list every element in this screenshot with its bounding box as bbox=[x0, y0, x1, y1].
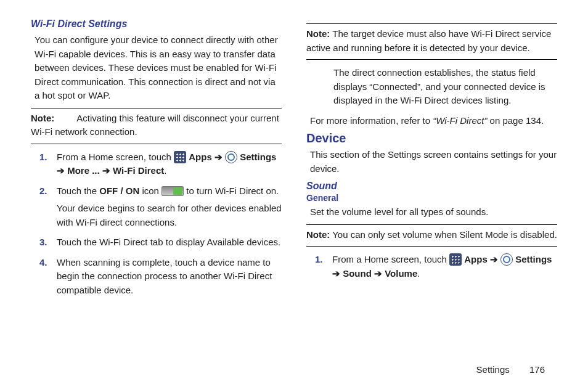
step-3: 3. Touch the Wi-Fi Direct tab to display… bbox=[39, 235, 282, 250]
note-text: Note:Activating this feature will discon… bbox=[31, 112, 282, 139]
period: . bbox=[417, 268, 420, 279]
heading-device: Device bbox=[306, 131, 557, 145]
ref-b: on page 134. bbox=[490, 115, 544, 126]
steps-list-right: 1. From a Home screen, touch Apps ➔ Sett… bbox=[315, 253, 557, 280]
page-footer: Settings 176 bbox=[476, 364, 545, 375]
arrow-icon: ➔ bbox=[332, 268, 340, 279]
right-column: Note: The target device must also have W… bbox=[306, 18, 557, 303]
volume-label: Volume bbox=[385, 268, 417, 279]
step-2: 2. Touch the OFF / ON icon to turn Wi-Fi… bbox=[39, 184, 282, 230]
step-1: 1. From a Home screen, touch Apps ➔ Sett… bbox=[39, 150, 282, 178]
step-1: 1. From a Home screen, touch Apps ➔ Sett… bbox=[315, 253, 557, 280]
period: . bbox=[164, 165, 166, 176]
step-2-text-a: Touch the bbox=[57, 186, 99, 196]
sound-label: Sound bbox=[343, 268, 374, 279]
apps-icon bbox=[449, 253, 462, 266]
step-4: 4. When scanning is complete, touch a de… bbox=[39, 256, 282, 298]
note-box-2: Note: The target device must also have W… bbox=[306, 23, 557, 60]
step-4-text: When scanning is complete, touch a devic… bbox=[57, 257, 272, 295]
arrow-icon: ➔ bbox=[102, 165, 110, 176]
note-text: Note: The target device must also have W… bbox=[306, 27, 557, 55]
note-box-3: Note: You can only set volume when Silen… bbox=[306, 224, 557, 247]
note-label: Note: bbox=[306, 229, 330, 240]
settings-label: Settings bbox=[240, 152, 276, 162]
heading-wifi-direct: Wi-Fi Direct Settings bbox=[31, 18, 282, 30]
note-text: Note: You can only set volume when Silen… bbox=[306, 228, 557, 242]
apps-label: Apps bbox=[464, 254, 490, 264]
arrow-icon: ➔ bbox=[374, 268, 382, 279]
settings-label: Settings bbox=[515, 254, 552, 264]
note-body: You can only set volume when Silent Mode… bbox=[332, 229, 557, 240]
intro-paragraph: You can configure your device to connect… bbox=[35, 33, 282, 103]
step-1-text-a: From a Home screen, touch bbox=[332, 254, 449, 264]
reference-line: For more information, refer to “Wi-Fi Di… bbox=[310, 114, 557, 128]
step-2-text-c: to turn Wi-Fi Direct on. bbox=[186, 186, 279, 196]
step-number: 2. bbox=[39, 184, 47, 198]
step-number: 4. bbox=[39, 256, 47, 270]
off-on-label: OFF / ON bbox=[99, 186, 139, 196]
toggle-icon bbox=[161, 186, 184, 196]
arrow-icon: ➔ bbox=[57, 165, 65, 176]
step-number: 3. bbox=[39, 235, 47, 250]
left-column: Wi-Fi Direct Settings You can configure … bbox=[31, 18, 282, 303]
arrow-icon: ➔ bbox=[214, 152, 223, 162]
settings-icon bbox=[225, 151, 237, 163]
settings-icon bbox=[500, 253, 513, 266]
step-number: 1. bbox=[315, 253, 323, 267]
step-1-text-a: From a Home screen, touch bbox=[57, 152, 174, 162]
step-number: 1. bbox=[39, 150, 47, 165]
heading-general: General bbox=[306, 193, 557, 203]
apps-icon bbox=[174, 151, 186, 163]
ref-italic: “Wi-Fi Direct” bbox=[433, 115, 489, 126]
arrow-icon: ➔ bbox=[490, 254, 498, 264]
note-label: Note: bbox=[31, 113, 54, 123]
ref-a: For more information, refer to bbox=[310, 115, 433, 126]
step-3-text: Touch the Wi-Fi Direct tab to display Av… bbox=[57, 237, 280, 247]
steps-list-left: 1. From a Home screen, touch Apps ➔ Sett… bbox=[39, 150, 282, 298]
footer-section: Settings bbox=[476, 364, 510, 375]
device-paragraph: This section of the Settings screen cont… bbox=[310, 148, 557, 176]
more-label: More ... bbox=[67, 165, 102, 176]
heading-sound: Sound bbox=[306, 181, 557, 192]
apps-label: Apps bbox=[189, 152, 214, 162]
footer-page-number: 176 bbox=[529, 364, 545, 375]
step-2-text-b: icon bbox=[142, 186, 161, 196]
note-body: The target device must also have Wi-Fi D… bbox=[306, 28, 551, 53]
note-label: Note: bbox=[306, 28, 330, 39]
step-2-sub: Your device begins to search for other d… bbox=[57, 202, 282, 229]
wifi-direct-label: Wi-Fi Direct bbox=[113, 165, 164, 176]
general-paragraph: Set the volume level for all types of so… bbox=[310, 205, 557, 219]
note-box-1: Note:Activating this feature will discon… bbox=[31, 108, 282, 144]
connection-paragraph: The direct connection establishes, the s… bbox=[333, 66, 557, 108]
